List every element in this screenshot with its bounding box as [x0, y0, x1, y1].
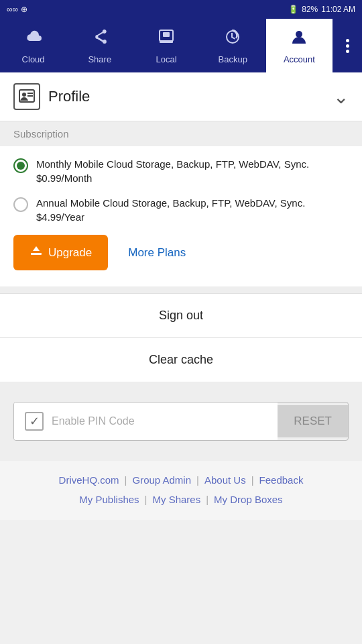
profile-label: Profile	[48, 88, 90, 105]
footer-drivehq-link[interactable]: DriveHQ.com	[59, 474, 119, 486]
subscription-header: Subscription	[0, 121, 362, 146]
share-icon	[90, 28, 109, 50]
more-dots-icon	[346, 39, 349, 53]
cloud-icon	[24, 28, 43, 50]
subscription-actions: Upgrade More Plans	[13, 235, 349, 270]
footer-aboutus-link[interactable]: About Us	[204, 474, 246, 486]
more-plans-link[interactable]: More Plans	[128, 246, 186, 260]
nav-label-backup: Backup	[219, 54, 247, 64]
battery-level: 82%	[302, 5, 318, 14]
profile-chevron-icon: ⌄	[333, 86, 349, 108]
nav-item-backup[interactable]: Backup	[200, 19, 266, 72]
more-menu-button[interactable]	[333, 19, 362, 72]
subscription-monthly-option[interactable]: Monthly Mobile Cloud Storage, Backup, FT…	[13, 157, 349, 185]
pin-container: ✓ Enable PIN Code RESET	[13, 402, 349, 441]
monthly-radio-inner	[17, 162, 25, 170]
sign-out-button[interactable]: Sign out	[0, 294, 362, 337]
upgrade-button[interactable]: Upgrade	[13, 235, 108, 270]
pin-label: Enable PIN Code	[52, 415, 135, 427]
svg-rect-1	[163, 32, 170, 37]
upgrade-icon	[29, 244, 43, 261]
pin-checkbox-area[interactable]: ✓ Enable PIN Code	[14, 402, 278, 440]
top-navigation: Cloud Share Local Backup	[0, 19, 362, 72]
local-icon	[157, 28, 176, 50]
footer-links: DriveHQ.com | Group Admin | About Us | F…	[0, 461, 362, 520]
footer-groupadmin-link[interactable]: Group Admin	[132, 474, 191, 486]
checkmark-icon: ✓	[29, 414, 40, 429]
monthly-label: Monthly Mobile Cloud Storage, Backup, FT…	[36, 157, 349, 185]
pin-section: ✓ Enable PIN Code RESET	[0, 388, 362, 454]
footer-mydropboxes-link[interactable]: My Drop Boxes	[214, 494, 283, 505]
gap-2	[0, 382, 362, 388]
nav-item-cloud[interactable]: Cloud	[0, 19, 66, 72]
footer-mypublishes-link[interactable]: My Publishes	[79, 494, 139, 505]
status-icon-1: ∞∞	[7, 5, 18, 14]
profile-left: Profile	[13, 83, 90, 110]
reset-pin-button[interactable]: RESET	[278, 405, 348, 437]
nav-item-account[interactable]: Account	[266, 19, 333, 72]
svg-point-2	[296, 31, 302, 38]
clear-cache-button[interactable]: Clear cache	[0, 338, 362, 382]
status-bar: ∞∞ ⊕ 🔋 82% 11:02 AM	[0, 0, 362, 19]
subscription-annual-option[interactable]: Annual Mobile Cloud Storage, Backup, FTP…	[13, 196, 349, 224]
nav-label-cloud: Cloud	[22, 54, 45, 64]
nav-item-share[interactable]: Share	[66, 19, 133, 72]
footer-row-2: My Publishes | My Shares | My Drop Boxes	[11, 494, 351, 505]
gap-3	[0, 454, 362, 461]
backup-icon	[223, 28, 242, 50]
status-left-icons: ∞∞ ⊕	[7, 5, 27, 14]
status-icon-2: ⊕	[21, 5, 27, 14]
subscription-body: Monthly Mobile Cloud Storage, Backup, FT…	[0, 146, 362, 286]
annual-label: Annual Mobile Cloud Storage, Backup, FTP…	[36, 196, 349, 224]
profile-section[interactable]: Profile ⌄	[0, 72, 362, 121]
footer-myshares-link[interactable]: My Shares	[152, 494, 200, 505]
status-right-icons: 🔋 82% 11:02 AM	[288, 5, 355, 14]
nav-item-local[interactable]: Local	[133, 19, 199, 72]
svg-rect-7	[31, 253, 42, 255]
pin-checkbox[interactable]: ✓	[25, 412, 44, 431]
gap-1	[0, 286, 362, 293]
monthly-radio-button[interactable]	[13, 158, 28, 173]
clock: 11:02 AM	[321, 5, 355, 14]
battery-icon: 🔋	[288, 5, 298, 14]
svg-point-4	[22, 93, 26, 97]
nav-label-local: Local	[156, 54, 176, 64]
account-icon	[290, 28, 308, 50]
upgrade-label: Upgrade	[48, 246, 92, 260]
nav-label-account: Account	[284, 54, 315, 64]
footer-feedback-link[interactable]: Feedback	[259, 474, 304, 486]
nav-label-share: Share	[88, 54, 111, 64]
profile-icon	[13, 83, 40, 110]
footer-row-1: DriveHQ.com | Group Admin | About Us | F…	[11, 474, 351, 486]
annual-radio-button[interactable]	[13, 197, 28, 212]
